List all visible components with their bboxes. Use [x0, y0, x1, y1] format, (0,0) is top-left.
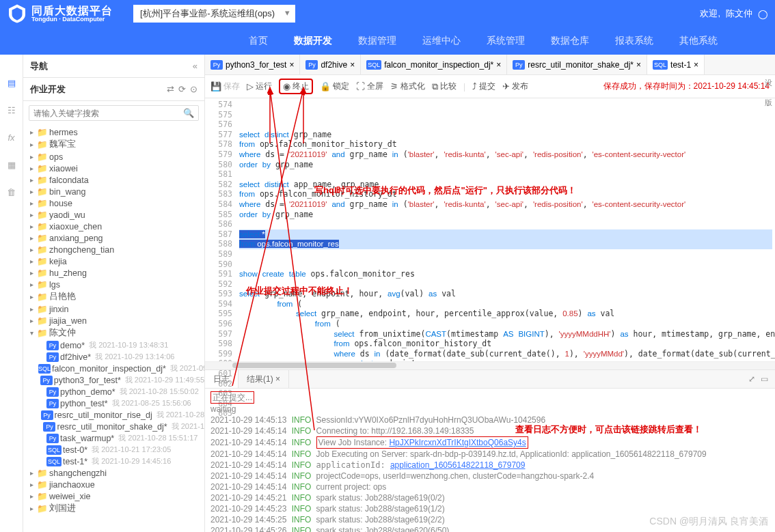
code-editor[interactable]: 574 575 576 577 578 579 580 581 582 583 … [205, 98, 775, 361]
log-link[interactable]: HpJXPkIrcxnXdTrIKtgIXtboQ06aSy4s [389, 438, 526, 447]
upload-icon: ⤴ [472, 81, 477, 92]
file-task_warmup*[interactable]: Py task_warmup*我 2021-10-28 15:51:17 [27, 432, 204, 444]
nav-item-5[interactable]: 数据仓库 [548, 29, 592, 53]
folder-zhongcheng_tian[interactable]: ▸📁 zhongcheng_tian [27, 244, 204, 255]
publish-button[interactable]: ✈发布 [502, 81, 528, 92]
file-test-0*[interactable]: SQL test-0*我 2021-10-21 17:23:05 [27, 444, 204, 456]
run-button[interactable]: ▷运行 [247, 81, 272, 92]
rail-item-2[interactable]: 版 [765, 98, 772, 108]
nav-item-6[interactable]: 报表系统 [612, 29, 656, 53]
logo: 同盾大数据平台 Tongdun · DataComputer [7, 3, 113, 24]
layers-icon[interactable]: ☷ [4, 102, 19, 117]
folder-吕艳艳[interactable]: ▸📁 吕艳艳 [27, 290, 204, 303]
folder-kejia[interactable]: ▸📁 kejia [27, 255, 204, 267]
nav-item-7[interactable]: 其他系统 [677, 29, 720, 53]
file-resrc_util_monitor_shake_dj*[interactable]: Py resrc_util_monitor_shake_dj*我 2021-1 [27, 421, 204, 432]
refresh-icon[interactable]: ⟳ [178, 84, 186, 94]
trash-icon[interactable]: 🗑 [4, 184, 19, 199]
table-icon[interactable]: ▦ [4, 157, 19, 172]
file-df2hive*[interactable]: Py df2hive*我 2021-10-29 13:14:06 [27, 351, 204, 363]
folder-shangchengzhi[interactable]: ▸📁 shangchengzhi [27, 467, 204, 479]
logo-icon [7, 3, 27, 24]
collapse-nav-icon[interactable]: « [193, 61, 198, 71]
workspace: Pypython3_for_test×Pydf2hive×SQLfalcon_m… [205, 55, 775, 532]
submitting-status: 正在提交... [210, 391, 254, 404]
format-button[interactable]: ⚞格式化 [390, 81, 425, 92]
compare-icon: ⧉ [432, 81, 438, 92]
folder-lgs[interactable]: ▸📁 lgs [27, 279, 204, 290]
side-panel: 导航 « 作业开发 ⇄ ⟳ ⊙ 🔍 ▸📁 hermes▸📁 魏军宝▸📁 ops▸… [23, 55, 205, 532]
folder-bin_wang[interactable]: ▸📁 bin_wang [27, 186, 204, 197]
file-tree: ▸📁 hermes▸📁 魏军宝▸📁 ops▸📁 xiaowei▸📁 falcon… [23, 125, 204, 532]
editor-hscroll[interactable] [205, 361, 775, 369]
folder-falcondata[interactable]: ▸📁 falcondata [27, 174, 204, 186]
nav-item-2[interactable]: 数据管理 [355, 29, 399, 53]
tab-falcon_monitor_inspection_dj*[interactable]: SQLfalcon_monitor_inspection_dj*× [361, 55, 507, 74]
compare-button[interactable]: ⧉比较 [432, 81, 457, 92]
file-resrc_util_monitor_rise_dj[interactable]: Py resrc_util_monitor_rise_dj我 2021-10-2… [27, 409, 204, 421]
expand-icon[interactable]: ⤢ [748, 374, 755, 384]
nav-item-0[interactable]: 首页 [246, 29, 271, 53]
watermark: CSDN @明月清风 良宵美酒 [649, 516, 768, 528]
output-tabs: 日志 结果(1) × ⤢ ▭ [205, 369, 775, 389]
swap-icon[interactable]: ⇄ [167, 84, 174, 94]
search-input[interactable] [33, 109, 183, 118]
log-output[interactable]: 正在提交...waiting2021-10-29 14:45:13 INFO S… [205, 389, 775, 532]
folder-xiaoxue_chen[interactable]: ▸📁 xiaoxue_chen [27, 221, 204, 232]
panel-title: 作业开发 [30, 83, 66, 96]
folder-house[interactable]: ▸📁 house [27, 197, 204, 209]
folder-hermes[interactable]: ▸📁 hermes [27, 126, 204, 138]
stop-button[interactable]: ◉终止 [279, 79, 313, 94]
result-tab[interactable]: 结果(1) × [239, 370, 289, 388]
line-gutter: 574 575 576 577 578 579 580 581 582 583 … [205, 98, 236, 361]
file-python_demo*[interactable]: Py python_demo*我 2021-10-28 15:50:02 [27, 386, 204, 397]
folder-weiwei_xie[interactable]: ▸📁 weiwei_xie [27, 490, 204, 502]
fullscreen-button[interactable]: ⛶全屏 [356, 81, 383, 92]
save-button[interactable]: 💾保存 [210, 81, 240, 92]
folder-jianchaoxue[interactable]: ▸📁 jianchaoxue [27, 479, 204, 490]
folder-xiaowei[interactable]: ▸📁 xiaowei [27, 163, 204, 174]
folder-ops[interactable]: ▸📁 ops [27, 151, 204, 163]
close-icon[interactable]: × [275, 374, 280, 384]
lock-icon: 🔒 [320, 81, 331, 92]
code-area[interactable]: select distinct grp_name from ops.falcon… [236, 98, 775, 361]
rail-item-1[interactable]: 设 [765, 78, 772, 88]
locate-icon[interactable]: ⊙ [190, 84, 198, 94]
lock-button[interactable]: 🔒锁定 [320, 81, 349, 92]
folder-刘国进[interactable]: ▸📁 刘国进 [27, 502, 204, 515]
function-icon[interactable]: fx [4, 130, 19, 145]
minimize-icon[interactable]: ▭ [761, 374, 768, 384]
nav-item-4[interactable]: 系统管理 [484, 29, 528, 53]
tab-test-1[interactable]: SQLtest-1× [647, 55, 705, 74]
nav-item-1[interactable]: 数据开发 [291, 29, 335, 53]
fullscreen-icon: ⛶ [356, 81, 365, 92]
folder-jiajia_wen[interactable]: ▸📁 jiajia_wen [27, 315, 204, 326]
log-link[interactable]: application_1605614822118_679709 [390, 460, 526, 470]
folder-anxiang_peng[interactable]: ▸📁 anxiang_peng [27, 232, 204, 244]
file-demo*[interactable]: Py demo*我 2021-10-19 13:48:31 [27, 339, 204, 351]
annotation-3: 查看日志不方便时，可点击该链接跳转后查看！ [515, 424, 702, 435]
folder-jinxin[interactable]: ▸📁 jinxin [27, 303, 204, 315]
tree-search[interactable]: 🔍 [29, 105, 199, 121]
file-test-1*[interactable]: SQL test-1*我 2021-10-29 14:45:16 [27, 456, 204, 467]
play-icon: ▷ [247, 81, 254, 92]
tab-resrc_util_monitor_shake_dj*[interactable]: Pyresrc_util_monitor_shake_dj*× [507, 55, 647, 74]
folder-魏军宝[interactable]: ▸📁 魏军宝 [27, 138, 204, 151]
nav-item-3[interactable]: 运维中心 [420, 29, 463, 53]
search-icon[interactable]: 🔍 [183, 108, 194, 118]
code-view-icon[interactable]: ▤ [4, 75, 19, 90]
folder-hu_zheng[interactable]: ▸📁 hu_zheng [27, 267, 204, 279]
submit-button[interactable]: ⤴提交 [472, 81, 495, 92]
file-falcon_monitor_inspection_dj*[interactable]: SQL falcon_monitor_inspection_dj*我 2021-… [27, 363, 204, 374]
user-avatar-icon[interactable]: ◯ [758, 9, 768, 19]
logo-title-en: Tongdun · DataComputer [31, 16, 113, 23]
activity-bar: ▤ ☷ fx ▦ 🗑 [0, 55, 23, 532]
tab-python3_for_test[interactable]: Pypython3_for_test× [205, 55, 300, 74]
format-icon: ⚞ [390, 81, 398, 92]
folder-陈文仲[interactable]: ▾📁 陈文仲 [27, 326, 204, 339]
file-python_test*[interactable]: Py python_test*我 2021-08-25 15:56:06 [27, 397, 204, 409]
file-python3_for_test*[interactable]: Py python3_for_test*我 2021-10-29 11:49:5… [27, 374, 204, 386]
org-selector[interactable]: [杭州]平台事业部-系统运维组(ops) [133, 5, 295, 23]
folder-yaodi_wu[interactable]: ▸📁 yaodi_wu [27, 209, 204, 221]
tab-df2hive[interactable]: Pydf2hive× [300, 55, 361, 74]
